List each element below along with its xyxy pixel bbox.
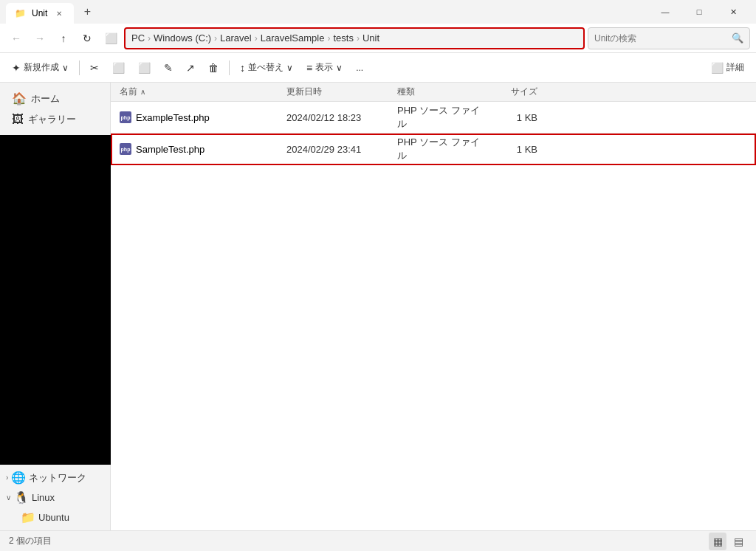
file-name-cell: php ExampleTest.php bbox=[111, 111, 281, 123]
cut-button[interactable]: ✂ bbox=[84, 59, 105, 77]
sort-button[interactable]: ↕ 並べ替え ∨ bbox=[234, 58, 299, 77]
linux-chevron-icon: ∨ bbox=[6, 493, 11, 502]
tab-unit[interactable]: 📁 Unit ✕ bbox=[6, 3, 74, 24]
sidebar-gallery-label: ギャラリー bbox=[28, 113, 76, 126]
share-button[interactable]: ↗ bbox=[180, 59, 201, 77]
search-bar[interactable]: 🔍 bbox=[588, 27, 750, 49]
table-row[interactable]: php ExampleTest.php 2024/02/12 18:23 PHP… bbox=[111, 102, 756, 134]
table-row[interactable]: php SampleTest.php 2024/02/29 23:41 PHP … bbox=[111, 134, 756, 165]
breadcrumb-tests[interactable]: tests bbox=[333, 32, 353, 44]
network-icon: 🌐 bbox=[11, 471, 26, 485]
breadcrumb-unit[interactable]: Unit bbox=[362, 32, 379, 44]
sort-label: 並べ替え bbox=[248, 61, 284, 74]
address-icon-button[interactable]: ⬜ bbox=[100, 28, 121, 49]
address-bar[interactable]: PC › Windows (C:) › Laravel › LaravelSam… bbox=[124, 27, 585, 49]
rename-button[interactable]: ✎ bbox=[158, 59, 179, 77]
paste-icon: ⬜ bbox=[138, 62, 151, 74]
window-controls: — □ ✕ bbox=[648, 0, 750, 24]
details-button[interactable]: ⬜ 詳細 bbox=[705, 58, 750, 77]
close-button[interactable]: ✕ bbox=[716, 0, 750, 24]
main-area: 🏠 ホーム 🖼 ギャラリー › 🌐 ネットワーク ∨ 🐧 Linux bbox=[0, 83, 756, 530]
navbar: ← → ↑ ↻ ⬜ PC › Windows (C:) › Laravel › … bbox=[0, 24, 756, 53]
copy-icon: ⬜ bbox=[112, 62, 125, 74]
sidebar: 🏠 ホーム 🖼 ギャラリー bbox=[0, 83, 111, 135]
titlebar: 📁 Unit ✕ + — □ ✕ bbox=[0, 0, 756, 24]
delete-icon: 🗑 bbox=[208, 62, 219, 74]
tab-folder-icon: 📁 bbox=[15, 8, 26, 18]
sidebar-home-label: ホーム bbox=[31, 92, 60, 105]
php-file-icon: php bbox=[120, 111, 131, 123]
details-label: 詳細 bbox=[726, 61, 744, 74]
back-button[interactable]: ← bbox=[6, 28, 27, 49]
new-button[interactable]: ✦ 新規作成 ∨ bbox=[6, 58, 75, 77]
breadcrumb-laravelsample[interactable]: LaravelSample bbox=[261, 32, 325, 44]
sidebar-linux-label: Linux bbox=[32, 492, 55, 503]
new-label: 新規作成 bbox=[24, 61, 59, 74]
col-type-header[interactable]: 種類 bbox=[391, 86, 487, 98]
tab-label: Unit bbox=[32, 8, 47, 18]
sidebar-bottom: › 🌐 ネットワーク ∨ 🐧 Linux 📁 Ubuntu bbox=[0, 465, 111, 530]
gallery-icon: 🖼 bbox=[12, 113, 24, 126]
sidebar-item-network[interactable]: › 🌐 ネットワーク bbox=[0, 468, 110, 488]
more-button[interactable]: ... bbox=[350, 60, 369, 76]
sidebar-item-home[interactable]: 🏠 ホーム bbox=[3, 89, 107, 108]
view-detail-button[interactable]: ▤ bbox=[729, 533, 747, 550]
sidebar-black-area bbox=[0, 135, 111, 465]
separator-1 bbox=[79, 60, 80, 75]
file-area: 名前 ∧ 更新日時 種類 サイズ php ExampleTest.php 202… bbox=[111, 83, 756, 530]
sort-chevron-icon: ∨ bbox=[286, 63, 293, 73]
toolbar: ✦ 新規作成 ∨ ✂ ⬜ ⬜ ✎ ↗ 🗑 ↕ 並べ替え ∨ ≡ 表示 ∨ ...… bbox=[0, 53, 756, 83]
minimize-button[interactable]: — bbox=[648, 0, 682, 24]
up-button[interactable]: ↑ bbox=[53, 28, 74, 49]
sidebar-item-gallery[interactable]: 🖼 ギャラリー bbox=[3, 110, 107, 129]
separator-2 bbox=[229, 60, 230, 75]
php-file-icon: php bbox=[120, 143, 131, 155]
breadcrumb-windows[interactable]: Windows (C:) bbox=[154, 32, 211, 44]
file-list-header: 名前 ∧ 更新日時 種類 サイズ bbox=[111, 83, 756, 102]
new-icon: ✦ bbox=[12, 62, 21, 74]
file-size: 1 KB bbox=[487, 144, 546, 155]
more-icon: ... bbox=[356, 63, 363, 73]
sidebar-network-label: ネットワーク bbox=[29, 471, 86, 485]
paste-button[interactable]: ⬜ bbox=[132, 59, 157, 77]
statusbar-right: ▦ ▤ bbox=[709, 533, 747, 550]
view-icon: ≡ bbox=[306, 62, 312, 74]
col-size-header[interactable]: サイズ bbox=[487, 86, 546, 98]
sidebar-item-ubuntu[interactable]: 📁 Ubuntu bbox=[0, 507, 110, 527]
view-list-button[interactable]: ▦ bbox=[709, 533, 726, 550]
sidebar-item-linux[interactable]: ∨ 🐧 Linux bbox=[0, 488, 110, 507]
details-icon: ⬜ bbox=[711, 62, 724, 74]
maximize-button[interactable]: □ bbox=[682, 0, 716, 24]
file-name: SampleTest.php bbox=[136, 144, 205, 155]
breadcrumb-sep-3: › bbox=[255, 33, 258, 44]
breadcrumb-pc[interactable]: PC bbox=[131, 32, 145, 44]
breadcrumb-laravel[interactable]: Laravel bbox=[220, 32, 252, 44]
rename-icon: ✎ bbox=[164, 62, 173, 74]
breadcrumb-sep-5: › bbox=[357, 33, 360, 44]
file-name: ExampleTest.php bbox=[136, 112, 210, 123]
share-icon: ↗ bbox=[186, 62, 195, 74]
delete-button[interactable]: 🗑 bbox=[202, 59, 224, 77]
file-size: 1 KB bbox=[487, 112, 546, 123]
home-icon: 🏠 bbox=[12, 91, 27, 105]
new-tab-button[interactable]: + bbox=[77, 1, 97, 22]
cut-icon: ✂ bbox=[90, 62, 99, 74]
copy-button[interactable]: ⬜ bbox=[106, 59, 131, 77]
search-input[interactable] bbox=[594, 33, 729, 44]
view-button[interactable]: ≡ 表示 ∨ bbox=[300, 58, 348, 77]
refresh-button[interactable]: ↻ bbox=[77, 28, 97, 49]
breadcrumb-sep-1: › bbox=[148, 33, 151, 44]
file-name-cell: php SampleTest.php bbox=[111, 143, 281, 155]
status-count: 2 個の項目 bbox=[9, 535, 52, 547]
tab-close-button[interactable]: ✕ bbox=[53, 7, 65, 19]
sidebar-ubuntu-label: Ubuntu bbox=[38, 512, 69, 523]
forward-button[interactable]: → bbox=[30, 28, 50, 49]
view-label: 表示 bbox=[315, 61, 333, 74]
col-date-label: 更新日時 bbox=[286, 86, 322, 97]
col-name-header[interactable]: 名前 ∧ bbox=[111, 86, 281, 98]
sort-arrow-icon: ∧ bbox=[140, 88, 145, 96]
breadcrumb-sep-2: › bbox=[214, 33, 217, 44]
col-date-header[interactable]: 更新日時 bbox=[281, 86, 391, 98]
file-date: 2024/02/29 23:41 bbox=[281, 144, 391, 155]
col-size-label: サイズ bbox=[511, 86, 537, 97]
